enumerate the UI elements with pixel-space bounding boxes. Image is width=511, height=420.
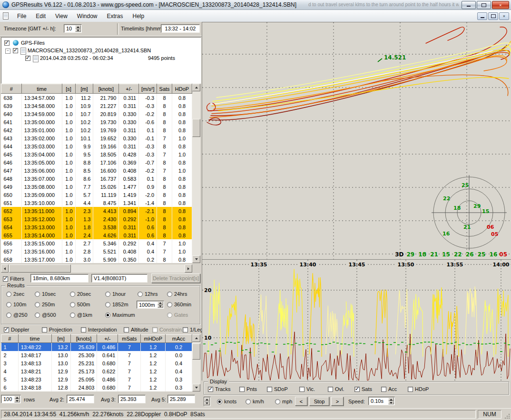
distance-input[interactable]: 1000m	[137, 301, 164, 309]
column-header-6[interactable]: [m/s²]	[139, 84, 157, 94]
cell[interactable]: 1.2	[141, 351, 166, 359]
scroll-down-button[interactable]	[192, 384, 200, 391]
cell[interactable]: 1.0	[62, 199, 75, 207]
cell[interactable]: 13.2	[51, 343, 70, 352]
cell[interactable]: 1.0	[62, 223, 75, 231]
table-row[interactable]: 65213:35:11.0001.02.34.4130.894-2.180.8	[1, 207, 192, 215]
hscroll-thumb[interactable]	[9, 264, 71, 273]
radio-24hrs[interactable]: 24hrs	[167, 291, 187, 297]
cell[interactable]: 4	[1, 367, 19, 375]
cell[interactable]: 0.9	[139, 183, 157, 191]
cell[interactable]: 0.486	[97, 375, 118, 383]
radio-10sec[interactable]: 10sec	[35, 291, 56, 297]
cell[interactable]: 20.819	[93, 110, 119, 118]
cell[interactable]: 1.477	[119, 183, 139, 191]
cell[interactable]: 1.0	[62, 158, 75, 166]
unit-knots[interactable]: knots	[217, 398, 236, 405]
cell[interactable]: 13.0	[51, 351, 70, 359]
radio-control[interactable]	[217, 399, 222, 404]
timezone-spinner[interactable]	[75, 25, 81, 32]
cell[interactable]: 0.2	[139, 255, 157, 263]
cell[interactable]: 10.1	[75, 134, 93, 142]
cell[interactable]: 0.8	[172, 142, 192, 150]
cell[interactable]: 25.095	[70, 375, 97, 383]
cell[interactable]: 8	[157, 94, 172, 102]
cell[interactable]: -0.7	[139, 158, 157, 166]
cell[interactable]: 5.346	[93, 239, 119, 247]
title-bar[interactable]: GPSResults V6.122 - 01.08.2013 - www.gps…	[0, 0, 511, 10]
radio-maximum[interactable]: Maximum	[105, 312, 135, 318]
table-row[interactable]: 64713:35:06.0001.08.516.6000.408-0.271.0	[1, 166, 192, 175]
tree-row-session[interactable]: 2014.04.28 03:25:02 - 06:02:34 9495 poin…	[1, 55, 201, 62]
cell[interactable]: 13:48:23	[18, 375, 51, 383]
cell[interactable]: 25.173	[70, 367, 97, 375]
cell[interactable]: 1	[1, 343, 19, 352]
cell[interactable]: 6	[1, 383, 19, 391]
tree-row-root[interactable]: GPS-Files	[1, 39, 201, 47]
checkbox-doppler[interactable]: Doppler	[4, 326, 29, 333]
cell[interactable]: 0.408	[119, 166, 139, 175]
cell[interactable]: 1.0	[62, 231, 75, 239]
cell[interactable]: 13:48:18	[18, 383, 51, 391]
cell[interactable]: 8	[157, 223, 172, 231]
mdi-restore-button[interactable]	[488, 12, 498, 20]
cell[interactable]: 0.8	[172, 118, 192, 126]
cell[interactable]: 21.790	[93, 94, 119, 102]
cell[interactable]: 13:35:10.000	[21, 199, 62, 207]
cell[interactable]: 0.8	[172, 126, 192, 134]
column-header-0[interactable]: #	[1, 335, 19, 343]
cell[interactable]: 2.4	[75, 231, 93, 239]
cell[interactable]: 658	[1, 255, 22, 263]
cell[interactable]: 0.6	[139, 231, 157, 239]
cell[interactable]: 12.9	[51, 367, 70, 375]
cell[interactable]: 643	[1, 134, 22, 142]
cell[interactable]: 0.8	[172, 183, 192, 191]
radio-1852m[interactable]: 1852m	[105, 301, 128, 308]
table-row[interactable]: 313:48:1313.025.2310.68071.20.4	[1, 359, 192, 367]
column-header-5[interactable]: mSats	[118, 335, 141, 343]
cell[interactable]: 0.311	[119, 126, 139, 134]
cell[interactable]: 0.8	[172, 102, 192, 110]
cell[interactable]: 1.0	[62, 110, 75, 118]
firmware-field[interactable]: V1.4(B0803T)	[91, 274, 147, 283]
cell[interactable]: 8	[157, 215, 172, 223]
cell[interactable]: 2.430	[93, 215, 119, 223]
checkbox-projection[interactable]: Projection	[42, 326, 72, 333]
cell[interactable]: 0.3	[166, 383, 192, 391]
cell[interactable]: 0.428	[119, 150, 139, 158]
cell[interactable]: 8	[157, 207, 172, 215]
checkbox-control[interactable]	[42, 327, 47, 332]
cell[interactable]: 644	[1, 142, 22, 150]
avg3-field[interactable]: 25.393	[118, 395, 146, 403]
cell[interactable]: 7	[157, 166, 172, 175]
radio-control[interactable]	[246, 399, 251, 404]
cell[interactable]: 13:35:16.000	[21, 247, 62, 255]
radio-control[interactable]	[70, 313, 75, 318]
table-row[interactable]: 65413:35:13.0001.01.83.5380.3110.680.8	[1, 223, 192, 231]
cell[interactable]: 1.2	[141, 343, 166, 352]
cell[interactable]: 1.0	[62, 102, 75, 110]
cell[interactable]: 13:35:13.000	[21, 223, 62, 231]
cell[interactable]: 1.0	[172, 247, 192, 255]
cell[interactable]: 5	[1, 375, 19, 383]
radio-control[interactable]	[105, 302, 110, 307]
cell[interactable]: 0.8	[172, 231, 192, 239]
cell[interactable]: 1.0	[62, 207, 75, 215]
cell[interactable]: 645	[1, 150, 22, 158]
radio-control[interactable]	[70, 302, 75, 307]
display-tracks[interactable]: Tracks	[208, 386, 231, 392]
cell[interactable]: 8	[157, 158, 172, 166]
cell[interactable]: 1.0	[62, 215, 75, 223]
scroll-up-button[interactable]	[192, 334, 200, 342]
table-row[interactable]: 64913:35:08.0001.07.715.0261.4770.980.8	[1, 183, 192, 191]
column-header-4[interactable]: +/-	[97, 335, 118, 343]
menu-file[interactable]: File	[12, 11, 31, 21]
cell[interactable]: 0.680	[97, 359, 118, 367]
timezone-input[interactable]: 10	[64, 24, 82, 33]
cell[interactable]: 2.8	[75, 247, 93, 255]
cell[interactable]: 1.0	[62, 191, 75, 199]
cell[interactable]: 657	[1, 247, 22, 255]
cell[interactable]: 13:35:05.000	[21, 158, 62, 166]
cell[interactable]: -2.1	[139, 207, 157, 215]
cell[interactable]: 1.341	[119, 199, 139, 207]
